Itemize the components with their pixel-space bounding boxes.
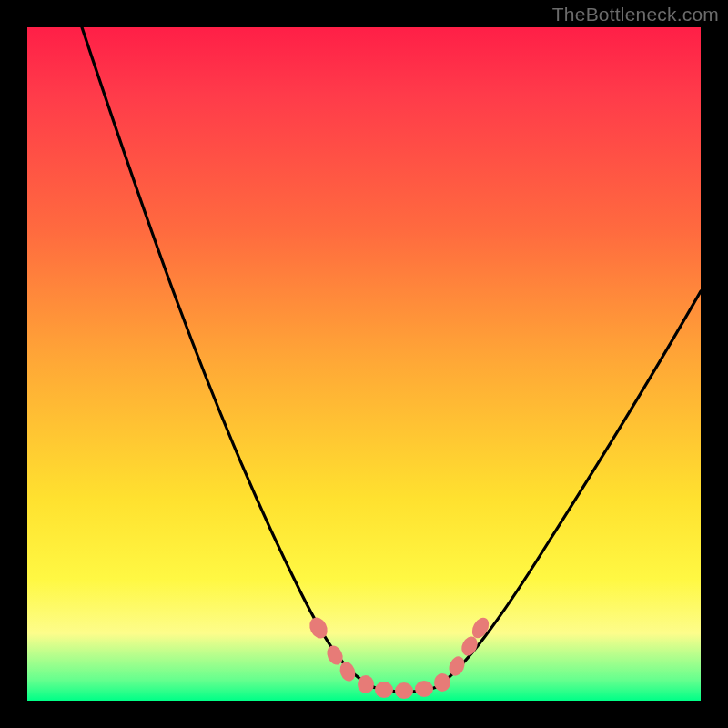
svg-point-4 — [375, 682, 393, 698]
plot-area — [27, 27, 701, 701]
curve-left-branch — [82, 27, 373, 687]
svg-point-10 — [469, 615, 492, 642]
trough-markers — [306, 614, 492, 699]
chart-frame: TheBottleneck.com — [0, 0, 728, 728]
curve-right-branch — [437, 291, 701, 687]
svg-point-6 — [415, 681, 433, 697]
svg-point-1 — [324, 643, 346, 668]
svg-point-5 — [395, 682, 413, 699]
curve-svg — [27, 27, 701, 701]
watermark-text: TheBottleneck.com — [552, 4, 719, 25]
svg-point-2 — [338, 660, 359, 683]
svg-point-3 — [358, 675, 374, 693]
svg-point-8 — [446, 654, 467, 678]
curve-bottom — [373, 687, 437, 692]
svg-point-0 — [306, 614, 330, 642]
svg-point-7 — [434, 673, 450, 692]
svg-point-9 — [459, 634, 480, 659]
